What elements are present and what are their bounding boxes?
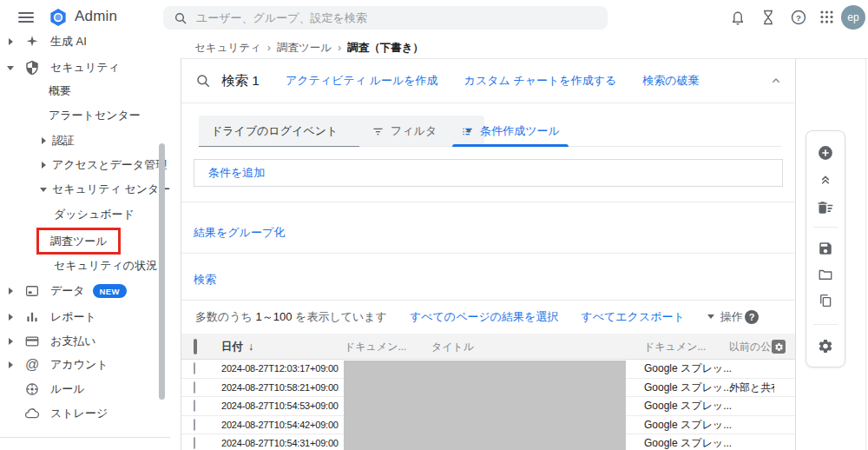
sidebar-item-security[interactable]: セキュリティ [0,56,120,79]
group-results-link[interactable]: 結果をグループ化 [194,225,285,241]
select-all-pages-link[interactable]: すべてのページの結果を選択 [410,309,558,325]
sidebar-item-dashboard[interactable]: ダッシュボード [0,203,135,226]
avatar[interactable]: ep [841,5,865,30]
sidebar-item-data[interactable]: データ NEW [0,280,127,302]
collapse-panel-icon[interactable] [769,74,783,88]
sort-desc-icon: ↓ [248,340,253,352]
divider [181,103,796,103]
rail-divider [813,227,838,228]
rail-divider [813,324,838,325]
export-all-link[interactable]: すべてエクスポート [581,309,684,325]
chevron-right-icon [40,137,49,144]
sidebar-item-overview[interactable]: 概要 [0,80,71,103]
duplicate-icon[interactable] [818,293,833,308]
sidebar-item-rules[interactable]: ルール [0,378,85,400]
rules-wheel-icon [24,381,40,397]
builder-list-icon [461,125,474,138]
new-badge: NEW [93,284,127,298]
add-condition-link[interactable]: 条件を追加 [208,165,265,181]
breadcrumb-current: 調査（下書き） [347,42,424,54]
chevron-right-icon [7,338,16,345]
window-scrollbar-track[interactable] [865,59,866,450]
column-document-type[interactable]: ドキュメン... [644,339,706,354]
notifications-bell-icon[interactable] [729,9,746,26]
shield-icon [24,60,40,76]
create-activity-rule-link[interactable]: アクティビティ ルールを作成 [286,73,438,89]
row-checkbox[interactable] [194,437,195,449]
sidebar-item-security-health[interactable]: セキュリティの状況 [0,255,157,277]
select-all-checkbox[interactable] [194,339,197,354]
sidebar-item-reports[interactable]: レポート [0,306,96,328]
sidebar-scrollbar-thumb[interactable] [159,143,165,400]
breadcrumb-security[interactable]: セキュリティ [194,42,261,54]
run-search-link[interactable]: 検索 [194,272,216,288]
column-document-id[interactable]: ドキュメン... [345,339,406,354]
save-icon[interactable] [818,241,833,256]
chevron-right-icon [7,288,16,294]
global-search[interactable] [163,6,608,30]
clear-search-icon[interactable] [817,199,834,216]
actions-menu[interactable]: 操作 [707,309,743,325]
sidebar-item-access-data-control[interactable]: アクセスとデータ管理 [0,154,167,176]
results-summary: 多数のうち 1～100 を表示しています [195,309,387,325]
data-media-icon [24,283,40,299]
chevron-right-icon [7,314,16,321]
chevron-right-icon [7,38,16,45]
breadcrumb-separator: › [267,42,271,54]
open-folder-icon[interactable] [818,267,833,282]
row-checkbox[interactable] [194,362,195,374]
breadcrumb-separator: › [338,42,341,54]
row-checkbox[interactable] [194,400,195,412]
create-custom-chart-link[interactable]: カスタム チャートを作成する [464,73,617,89]
discard-search-link[interactable]: 検索の破棄 [642,73,699,89]
global-search-input[interactable] [196,11,578,24]
sidebar-item-account[interactable]: @ アカウント [0,354,108,376]
tasks-hourglass-icon[interactable] [760,9,777,26]
sidebar-item-billing[interactable]: お支払い [0,330,96,353]
app-title: Admin [75,8,117,25]
breadcrumb-investigation-tool[interactable]: 調査ツール [277,42,332,54]
results-toolbar: 多数のうち 1～100 を表示しています すべてのページの結果を選択 すべてエク… [181,300,796,334]
row-checkbox[interactable] [194,419,195,431]
filter-icon [372,125,385,138]
row-checkbox[interactable] [194,381,195,394]
redacted-content-block [344,361,626,450]
at-sign-icon: @ [24,357,40,373]
tab-filter[interactable]: フィルタ [359,116,449,146]
cloud-icon [24,406,40,421]
column-title[interactable]: タイトル [431,339,474,354]
svg-text:?: ? [796,13,801,23]
search-icon [174,11,187,25]
search-icon [195,73,211,89]
chevron-right-icon [40,162,49,169]
collapse-all-icon[interactable] [818,171,833,187]
sidebar-item-storage[interactable]: ストレージ [0,402,108,425]
bar-chart-icon [24,309,40,325]
column-date[interactable]: 日付↓ [221,339,253,354]
divider [181,202,796,202]
dropdown-caret-icon [707,314,714,319]
chevron-right-icon [7,361,16,368]
chevron-down-icon [7,65,16,70]
credit-card-icon [24,334,40,349]
sidebar-divider [0,437,170,438]
top-app-bar: Admin ? ep [0,0,868,35]
sidebar-item-security-center[interactable]: セキュリティ センター [0,178,170,201]
column-settings-gear-icon[interactable] [772,340,786,354]
results-help-icon[interactable]: ? [745,310,759,324]
sidebar-item-investigation-tool-highlighted[interactable]: 調査ツール [36,228,121,255]
apps-grid-icon[interactable] [819,9,836,26]
help-icon[interactable]: ? [790,9,807,26]
column-prior-visibility[interactable]: 以前の公開 [729,339,774,354]
sidebar-item-authentication[interactable]: 認証 [0,129,75,152]
settings-gear-icon[interactable] [818,338,834,354]
add-search-icon[interactable] [817,144,834,162]
results-table-header: 日付↓ ドキュメン... タイトル ドキュメン... 以前の公開 [181,334,796,360]
admin-console-screen: Admin ? ep 生成 AI [0,0,868,450]
divider [181,253,796,254]
tab-condition-builder[interactable]: 条件作成ツール [449,116,572,146]
search-title: 検索 1 [221,72,260,90]
menu-icon[interactable] [18,10,34,25]
sidebar-item-alert-center[interactable]: アラートセンター [0,104,141,127]
add-condition-box: 条件を追加 [194,159,783,187]
